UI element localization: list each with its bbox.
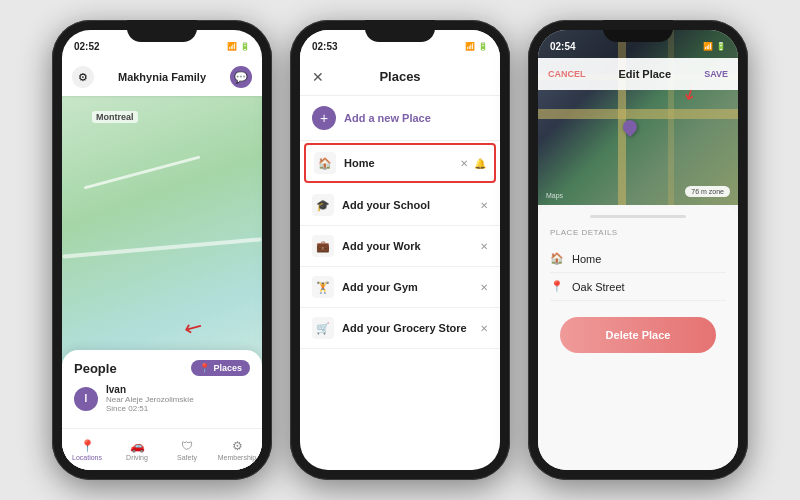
statusbar-3: 02:54 📶 🔋 [538,30,738,58]
user-info: Ivan Near Aleje Jerozolimskie Since 02:5… [106,384,250,413]
gym-place-actions: ✕ [480,282,488,293]
places-list: 🏠 Home ✕ 🔔 🎓 Add your School ✕ 💼 Add you… [300,141,500,470]
cancel-button[interactable]: CANCEL [548,69,586,79]
status-icons-1: 📶 🔋 [227,42,250,51]
membership-nav-label: Membership [218,454,257,461]
add-new-place-row[interactable]: + Add a new Place [300,96,500,141]
edit-place-title: Edit Place [619,68,672,80]
grocery-remove-icon[interactable]: ✕ [480,323,488,334]
delete-place-label: Delete Place [606,329,671,341]
membership-nav-icon: ⚙ [232,439,243,453]
home-place-name: Home [344,157,452,169]
places-header: ✕ Places [300,58,500,96]
phone-1: 02:52 📶 🔋 ⚙ Makhynia Family 💬 Montreal ↙… [52,20,272,480]
locations-nav-label: Locations [72,454,102,461]
bottom-nav: 📍 Locations 🚗 Driving 🛡 Safety ⚙ Members… [62,428,262,470]
driving-nav-label: Driving [126,454,148,461]
user-since: Since 02:51 [106,404,250,413]
user-avatar: I [74,387,98,411]
place-name-row: 🏠 Home [550,245,726,273]
work-place-actions: ✕ [480,241,488,252]
wifi-icon: 📶 [227,42,237,51]
gear-icon[interactable]: ⚙ [72,66,94,88]
place-row-grocery[interactable]: 🛒 Add your Grocery Store ✕ [300,308,500,349]
place-row-gym[interactable]: 🏋 Add your Gym ✕ [300,267,500,308]
add-place-label: Add a new Place [344,112,431,124]
location-arrow: ↙ [179,311,208,343]
chat-icon[interactable]: 💬 [230,66,252,88]
notch-2 [365,20,435,42]
user-name: Ivan [106,384,250,395]
nav-driving[interactable]: 🚗 Driving [112,429,162,470]
place-detail-address: Oak Street [572,281,625,293]
map-city-label: Montreal [92,111,138,123]
user-list-item[interactable]: I Ivan Near Aleje Jerozolimskie Since 02… [62,380,262,417]
people-label: People [74,361,117,376]
place-row-school[interactable]: 🎓 Add your School ✕ [300,185,500,226]
places-title: Places [379,69,420,84]
time-1: 02:52 [74,41,100,52]
school-place-actions: ✕ [480,200,488,211]
home-place-actions: ✕ 🔔 [460,158,486,169]
nav-membership[interactable]: ⚙ Membership [212,429,262,470]
place-detail-name: Home [572,253,601,265]
pin-detail-icon: 📍 [550,280,564,293]
user-location: Near Aleje Jerozolimskie [106,395,250,404]
school-place-name: Add your School [342,199,472,211]
family-label: Makhynia Family [118,71,206,83]
home-remove-icon[interactable]: ✕ [460,158,468,169]
place-details-heading: Place details [550,228,726,237]
screen-2: 02:53 📶 🔋 ✕ Places + Add a new Place 🏠 H… [300,30,500,470]
school-place-icon: 🎓 [312,194,334,216]
drag-handle [590,215,686,218]
battery-icon-3: 🔋 [716,42,726,51]
work-place-name: Add your Work [342,240,472,252]
nav-locations[interactable]: 📍 Locations [62,429,112,470]
edit-place-topbar: CANCEL Edit Place SAVE [538,58,738,90]
places-btn-label: Places [213,363,242,373]
status-icons-3: 📶 🔋 [703,42,726,51]
phone-2: 02:53 📶 🔋 ✕ Places + Add a new Place 🏠 H… [290,20,510,480]
home-lock-icon[interactable]: 🔔 [474,158,486,169]
place-row-home[interactable]: 🏠 Home ✕ 🔔 [304,143,496,183]
grocery-place-name: Add your Grocery Store [342,322,472,334]
places-pin-icon: 📍 [199,363,210,373]
save-button[interactable]: SAVE [704,69,728,79]
home-detail-icon: 🏠 [550,252,564,265]
status-icons-2: 📶 🔋 [465,42,488,51]
gym-place-icon: 🏋 [312,276,334,298]
grocery-place-actions: ✕ [480,323,488,334]
topbar-1: ⚙ Makhynia Family 💬 [62,58,262,96]
distance-badge: 76 m zone [685,186,730,197]
close-icon[interactable]: ✕ [312,69,324,85]
battery-icon-2: 🔋 [478,42,488,51]
add-place-icon: + [312,106,336,130]
nav-safety[interactable]: 🛡 Safety [162,429,212,470]
work-place-icon: 💼 [312,235,334,257]
home-place-icon: 🏠 [314,152,336,174]
wifi-icon-3: 📶 [703,42,713,51]
gym-remove-icon[interactable]: ✕ [480,282,488,293]
time-3: 02:54 [550,41,576,52]
place-detail-panel: Place details 🏠 Home 📍 Oak Street Delete… [538,205,738,470]
bottom-panel-header: People 📍 Places [62,350,262,380]
battery-icon: 🔋 [240,42,250,51]
safety-nav-icon: 🛡 [181,439,193,453]
screen-1: 02:52 📶 🔋 ⚙ Makhynia Family 💬 Montreal ↙… [62,30,262,470]
school-remove-icon[interactable]: ✕ [480,200,488,211]
time-2: 02:53 [312,41,338,52]
delete-place-button[interactable]: Delete Place [560,317,716,353]
locations-nav-icon: 📍 [80,439,95,453]
road-horizontal [538,109,738,119]
places-button[interactable]: 📍 Places [191,360,250,376]
place-row-work[interactable]: 💼 Add your Work ✕ [300,226,500,267]
wifi-icon-2: 📶 [465,42,475,51]
maps-brand-label: Maps [546,192,563,199]
place-address-row: 📍 Oak Street [550,273,726,301]
safety-nav-label: Safety [177,454,197,461]
notch-1 [127,20,197,42]
bottom-panel: People 📍 Places I Ivan Near Aleje Jerozo… [62,350,262,470]
work-remove-icon[interactable]: ✕ [480,241,488,252]
driving-nav-icon: 🚗 [130,439,145,453]
phone-3: 02:54 📶 🔋 CANCEL Edit Place SAVE ↙ Maps … [528,20,748,480]
